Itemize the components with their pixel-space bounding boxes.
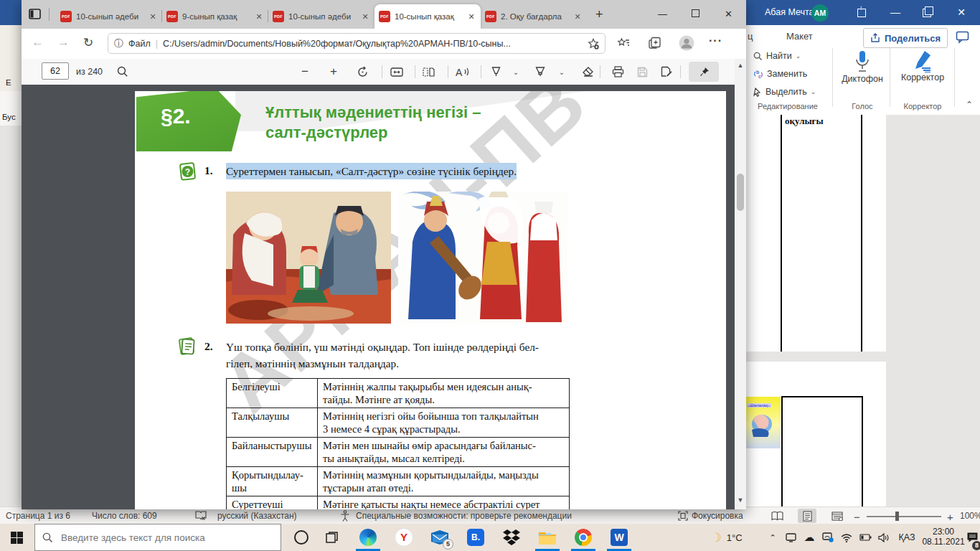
draw-pen-icon[interactable] bbox=[488, 64, 504, 80]
taskbar-dropbox-icon[interactable] bbox=[496, 524, 527, 551]
new-tab-button[interactable]: + bbox=[595, 7, 603, 22]
proofing-icon[interactable] bbox=[195, 510, 207, 521]
tab-1[interactable]: PDF 10-сынып әдеби ✕ bbox=[56, 4, 162, 29]
taskbar-mail-icon[interactable]: 5 bbox=[425, 524, 455, 551]
web-layout-icon[interactable] bbox=[828, 509, 847, 523]
taskbar-explorer-icon[interactable] bbox=[532, 524, 562, 551]
word-table-cell-text[interactable]: оқулығы bbox=[785, 116, 824, 127]
ribbon-tab-fragment[interactable]: ц bbox=[748, 31, 753, 42]
tab-actions-menu-icon[interactable] bbox=[29, 9, 41, 19]
word-restore-button[interactable] bbox=[912, 0, 941, 25]
collections-icon[interactable] bbox=[649, 37, 661, 50]
family-illustration[interactable] bbox=[226, 192, 391, 324]
tray-display-icon[interactable] bbox=[782, 524, 799, 551]
notification-center-icon[interactable]: 8 bbox=[964, 524, 980, 551]
ribbon-tab-layout[interactable]: Макет bbox=[786, 31, 813, 42]
zoom-in-icon[interactable]: + bbox=[326, 64, 341, 80]
collapse-ribbon-icon[interactable]: ⌃ bbox=[966, 100, 973, 110]
scrollbar-thumb[interactable] bbox=[737, 174, 744, 211]
read-aloud-icon[interactable]: A bbox=[455, 64, 471, 80]
tab-close-icon[interactable]: ✕ bbox=[148, 12, 158, 22]
status-word-count[interactable]: Число слов: 609 bbox=[92, 511, 157, 521]
task1-text-selected[interactable]: Суреттермен танысып, «Салт-дәстүр» сөзін… bbox=[226, 163, 517, 179]
draw-pen-dropdown-icon[interactable]: ⌄ bbox=[508, 64, 524, 80]
tray-language-indicator[interactable]: ҚАЗ bbox=[894, 524, 920, 551]
word-page-1[interactable] bbox=[746, 115, 886, 352]
tray-clock[interactable]: 23:00 08.11.2021 bbox=[921, 527, 966, 547]
edge-minimize-button[interactable]: — bbox=[647, 0, 678, 29]
tray-volume-icon[interactable] bbox=[875, 524, 892, 551]
page-info-icon[interactable]: ⓘ bbox=[114, 37, 123, 50]
fit-to-width-icon[interactable] bbox=[389, 64, 405, 80]
tab-5[interactable]: PDF 2. Оқу бағдарла ✕ bbox=[481, 4, 587, 29]
tray-wifi-icon[interactable] bbox=[838, 524, 855, 551]
task-view-button[interactable] bbox=[317, 524, 346, 551]
eraser-icon[interactable] bbox=[580, 64, 595, 80]
pdf-page[interactable]: АРМАН-ПВ Баспасы §2. Ұлттық мәдениеттің … bbox=[135, 91, 726, 509]
tab-close-icon[interactable]: ✕ bbox=[573, 12, 583, 22]
tab-close-icon[interactable]: ✕ bbox=[466, 12, 476, 22]
pdf-scrollbar[interactable]: ▲ ▼ bbox=[735, 59, 746, 509]
taskbar-search-box[interactable] bbox=[34, 524, 281, 551]
dictate-button[interactable]: Диктофон bbox=[841, 50, 884, 84]
scroll-up-icon[interactable]: ▲ bbox=[736, 62, 745, 69]
zoom-out-button[interactable]: − bbox=[854, 511, 860, 523]
word-minimize-button[interactable]: — bbox=[881, 0, 910, 25]
pdf-search-icon[interactable] bbox=[115, 64, 131, 80]
start-button[interactable] bbox=[0, 524, 33, 551]
scroll-down-icon[interactable]: ▼ bbox=[736, 496, 745, 504]
tab-close-icon[interactable]: ✕ bbox=[360, 12, 370, 22]
status-page-count[interactable]: Страница 1 из 6 bbox=[6, 511, 70, 521]
tab-close-icon[interactable]: ✕ bbox=[254, 12, 264, 22]
comments-icon[interactable] bbox=[956, 30, 969, 44]
highlighter-icon[interactable] bbox=[532, 64, 548, 80]
zoom-percent[interactable]: 100% bbox=[960, 511, 980, 521]
focus-mode-button[interactable]: Фокусировка bbox=[678, 511, 743, 521]
tab-4-active[interactable]: PDF 10-сынып қазақ ✕ bbox=[374, 4, 481, 29]
zoom-out-icon[interactable]: − bbox=[297, 64, 313, 80]
print-icon[interactable] bbox=[610, 64, 626, 80]
back-button[interactable]: ← bbox=[32, 35, 44, 50]
taskbar-edge-icon[interactable] bbox=[353, 524, 383, 551]
taskbar-weather-widget[interactable]: ☽ 1°C bbox=[692, 524, 760, 551]
status-language[interactable]: русский (Казахстан) bbox=[217, 511, 297, 521]
wedding-illustration[interactable] bbox=[398, 192, 567, 324]
zoom-in-button[interactable]: + bbox=[947, 511, 953, 523]
word-account-avatar[interactable]: AM bbox=[811, 4, 829, 22]
forward-button[interactable]: → bbox=[57, 35, 70, 50]
find-button[interactable]: Найти⌄ bbox=[753, 51, 801, 61]
ribbon-display-options-icon[interactable]: ↑ bbox=[847, 0, 875, 25]
page-view-icon[interactable] bbox=[420, 64, 436, 80]
add-favorite-icon[interactable] bbox=[588, 38, 599, 50]
highlighter-dropdown-icon[interactable]: ⌄ bbox=[554, 64, 570, 80]
taskbar-yandex-icon[interactable]: Y bbox=[389, 524, 419, 551]
share-button[interactable]: Поделиться bbox=[863, 28, 948, 48]
tray-battery-icon[interactable] bbox=[857, 524, 874, 551]
taskbar-chrome-icon[interactable] bbox=[568, 524, 598, 551]
tray-show-hidden-icon[interactable]: ⌃ bbox=[765, 524, 781, 551]
taskbar-vk-icon[interactable]: B. bbox=[461, 524, 491, 551]
profile-avatar-icon[interactable] bbox=[679, 35, 694, 51]
edge-maximize-button[interactable] bbox=[680, 0, 711, 29]
zoom-slider-track[interactable] bbox=[867, 516, 941, 517]
read-mode-icon[interactable] bbox=[768, 509, 786, 523]
edge-close-button[interactable]: ✕ bbox=[713, 0, 744, 29]
taskbar-search-input[interactable] bbox=[60, 532, 263, 544]
select-button[interactable]: Выделить⌄ bbox=[753, 87, 816, 97]
page-number-input[interactable] bbox=[42, 62, 69, 80]
tray-project-icon[interactable] bbox=[819, 524, 837, 551]
favorites-icon[interactable] bbox=[617, 37, 630, 50]
pin-toolbar-button-active[interactable] bbox=[689, 62, 719, 82]
print-layout-icon[interactable] bbox=[798, 509, 816, 523]
taskbar-word-icon[interactable]: W bbox=[604, 524, 634, 551]
pdf-content-area[interactable]: АРМАН-ПВ Баспасы §2. Ұлттық мәдениеттің … bbox=[22, 85, 746, 509]
tray-onedrive-icon[interactable]: ☁ bbox=[801, 524, 818, 551]
zoom-slider-thumb[interactable] bbox=[895, 512, 899, 521]
tab-3[interactable]: PDF 10-сынып әдеби ✕ bbox=[268, 4, 374, 29]
save-as-icon[interactable] bbox=[659, 64, 674, 80]
word-close-button[interactable]: ✕ bbox=[947, 0, 976, 25]
clapping-hands-image[interactable]: «Шапалақ» bbox=[746, 397, 781, 448]
tab-2[interactable]: PDF 9-сынып қазақ ✕ bbox=[162, 4, 268, 29]
status-accessibility[interactable]: Специальные возможности: проверьте реком… bbox=[356, 511, 572, 521]
refresh-button[interactable]: ↻ bbox=[83, 35, 93, 50]
